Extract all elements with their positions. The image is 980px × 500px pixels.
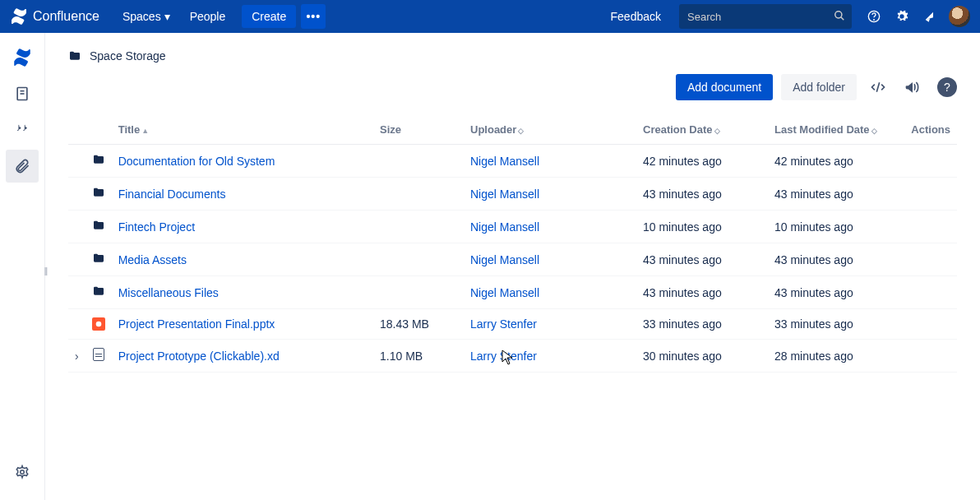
sort-icon: ◇ <box>518 127 524 135</box>
row-size <box>373 145 464 178</box>
sidebar-pages-icon[interactable] <box>6 77 39 110</box>
sidebar-attachments-icon[interactable] <box>6 150 39 183</box>
folder-icon <box>68 49 81 62</box>
row-modified: 43 minutes ago <box>768 178 899 211</box>
table-row[interactable]: Fintech ProjectNigel Mansell10 minutes a… <box>68 211 957 243</box>
megaphone-icon[interactable] <box>899 74 926 100</box>
product-name: Confluence <box>33 9 99 24</box>
toolbar: Add document Add folder ? <box>68 74 957 100</box>
col-title[interactable]: Title▲ <box>112 115 373 145</box>
row-uploader[interactable]: Larry Stenfer <box>464 340 636 373</box>
shell: || Space Storage Add document Add folder… <box>0 33 980 500</box>
topbar: Confluence Spaces ▾ People Create ••• Fe… <box>0 0 980 33</box>
user-avatar[interactable] <box>949 6 970 27</box>
nav-people-label: People <box>190 10 226 23</box>
row-modified: 28 minutes ago <box>768 340 899 373</box>
powerpoint-icon <box>92 317 105 331</box>
col-uploader[interactable]: Uploader◇ <box>464 115 636 145</box>
sidebar-settings-icon[interactable] <box>6 456 39 488</box>
col-actions: Actions <box>899 115 957 145</box>
row-creation: 42 minutes ago <box>636 145 768 178</box>
folder-icon <box>92 155 105 169</box>
file-icon <box>93 348 104 361</box>
nav-spaces[interactable]: Spaces ▾ <box>113 0 180 33</box>
row-size <box>373 243 464 276</box>
sort-icon: ◇ <box>871 127 877 135</box>
ellipsis-icon: ••• <box>306 10 321 23</box>
row-title[interactable]: Miscellaneous Files <box>112 276 373 309</box>
create-button[interactable]: Create <box>242 5 296 28</box>
more-button[interactable]: ••• <box>301 4 326 29</box>
row-title[interactable]: Project Presentation Final.pptx <box>112 309 373 340</box>
sort-icon: ◇ <box>714 127 720 135</box>
row-title[interactable]: Project Prototype (Clickable).xd <box>112 340 373 373</box>
expand-icon[interactable]: › <box>75 350 79 363</box>
nav-people[interactable]: People <box>180 0 236 33</box>
notifications-icon[interactable] <box>918 4 942 29</box>
table-row[interactable]: Miscellaneous FilesNigel Mansell43 minut… <box>68 276 957 309</box>
help-icon[interactable] <box>862 4 886 29</box>
add-folder-button[interactable]: Add folder <box>781 74 857 100</box>
table-row[interactable]: Project Presentation Final.pptx18.43 MBL… <box>68 309 957 340</box>
row-uploader[interactable]: Larry Stenfer <box>464 309 636 340</box>
search-wrap <box>679 4 852 29</box>
sidebar-resize-handle[interactable]: || <box>44 266 47 275</box>
svg-point-0 <box>835 12 842 18</box>
nav-feedback-label: Feedback <box>611 10 661 23</box>
row-creation: 33 minutes ago <box>636 309 768 340</box>
row-creation: 43 minutes ago <box>636 243 768 276</box>
row-creation: 30 minutes ago <box>636 340 768 373</box>
search-icon[interactable] <box>834 10 845 24</box>
table-row[interactable]: Financial DocumentsNigel Mansell43 minut… <box>68 178 957 211</box>
sort-asc-icon: ▲ <box>141 127 149 135</box>
col-size[interactable]: Size <box>373 115 464 145</box>
svg-point-9 <box>95 322 101 327</box>
folder-icon <box>92 221 105 234</box>
confluence-icon <box>10 7 28 25</box>
breadcrumb[interactable]: Space Storage <box>68 49 957 62</box>
sidebar-space-icon[interactable] <box>6 41 39 74</box>
row-creation: 43 minutes ago <box>636 276 768 309</box>
page-help-icon[interactable]: ? <box>937 77 957 97</box>
row-size: 18.43 MB <box>373 309 464 340</box>
create-label: Create <box>252 10 286 23</box>
col-modified[interactable]: Last Modified Date◇ <box>768 115 899 145</box>
nav-spaces-label: Spaces <box>122 10 161 23</box>
col-creation[interactable]: Creation Date◇ <box>636 115 768 145</box>
row-title[interactable]: Fintech Project <box>112 211 373 243</box>
folder-icon <box>92 287 105 300</box>
row-title[interactable]: Financial Documents <box>112 178 373 211</box>
folder-icon <box>92 188 105 201</box>
row-modified: 33 minutes ago <box>768 309 899 340</box>
chevron-down-icon: ▾ <box>164 10 170 23</box>
svg-line-8 <box>876 82 879 92</box>
row-uploader[interactable]: Nigel Mansell <box>464 145 636 178</box>
add-document-button[interactable]: Add document <box>676 74 773 100</box>
product-logo[interactable]: Confluence <box>10 7 99 25</box>
row-size <box>373 178 464 211</box>
svg-point-3 <box>874 20 875 21</box>
table-row[interactable]: Documentation for Old SystemNigel Mansel… <box>68 145 957 178</box>
search-input[interactable] <box>679 4 852 29</box>
svg-point-7 <box>21 470 25 475</box>
row-title[interactable]: Media Assets <box>112 243 373 276</box>
breadcrumb-title: Space Storage <box>90 49 166 62</box>
row-size <box>373 211 464 243</box>
nav-feedback[interactable]: Feedback <box>601 0 671 33</box>
file-table: Title▲ Size Uploader◇ Creation Date◇ Las… <box>68 115 957 373</box>
row-uploader[interactable]: Nigel Mansell <box>464 243 636 276</box>
row-uploader[interactable]: Nigel Mansell <box>464 276 636 309</box>
settings-icon[interactable] <box>890 4 914 29</box>
sidebar-blog-icon[interactable] <box>6 113 39 146</box>
table-row[interactable]: ›Project Prototype (Clickable).xd1.10 MB… <box>68 340 957 373</box>
row-title[interactable]: Documentation for Old System <box>112 145 373 178</box>
code-icon[interactable] <box>865 74 891 100</box>
row-size <box>373 276 464 309</box>
row-size: 1.10 MB <box>373 340 464 373</box>
main-content: Space Storage Add document Add folder ? … <box>45 33 980 500</box>
row-modified: 43 minutes ago <box>768 276 899 309</box>
folder-icon <box>92 254 105 267</box>
table-row[interactable]: Media AssetsNigel Mansell43 minutes ago4… <box>68 243 957 276</box>
row-uploader[interactable]: Nigel Mansell <box>464 211 636 243</box>
row-uploader[interactable]: Nigel Mansell <box>464 178 636 211</box>
